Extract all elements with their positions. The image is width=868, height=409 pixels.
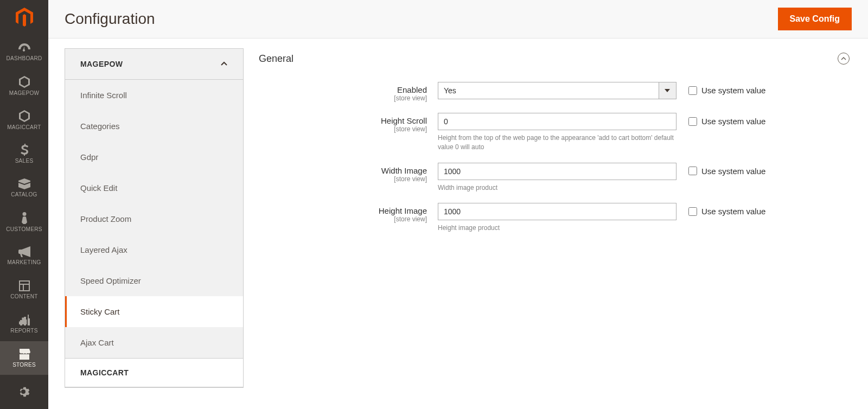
nav-label: MAGEPOW xyxy=(9,90,39,96)
caret-down-icon xyxy=(665,88,670,93)
nav-label: MAGICCART xyxy=(7,124,41,130)
config-item-layered-ajax[interactable]: Layered Ajax xyxy=(65,234,243,265)
hexagon-icon xyxy=(19,76,30,88)
nav-dashboard[interactable]: DASHBOARD xyxy=(0,35,48,69)
use-system-label: Use system value xyxy=(701,207,765,216)
section-header: General xyxy=(259,48,852,71)
storefront-icon xyxy=(18,349,30,360)
hexagon-icon xyxy=(19,110,30,122)
section-collapse-toggle[interactable] xyxy=(838,53,850,65)
field-scope: [store view] xyxy=(259,94,427,102)
use-system-label: Use system value xyxy=(701,117,765,126)
field-scope: [store view] xyxy=(259,125,427,133)
page-header: Configuration Save Config xyxy=(48,0,868,39)
nav-catalog[interactable]: CATALOG xyxy=(0,171,48,205)
config-group-magepow[interactable]: MAGEPOW xyxy=(65,49,243,80)
select-dropdown-button[interactable] xyxy=(659,82,676,99)
config-group-label: MAGEPOW xyxy=(80,60,123,68)
config-item-sticky-cart[interactable]: Sticky Cart xyxy=(65,296,243,327)
config-nav: MAGEPOW Infinite Scroll Categories Gdpr … xyxy=(65,48,244,409)
nav-magepow[interactable]: MAGEPOW xyxy=(0,69,48,103)
nav-label: DASHBOARD xyxy=(6,55,42,61)
gauge-icon xyxy=(18,42,30,53)
dollar-icon xyxy=(21,144,28,156)
nav-reports[interactable]: REPORTS xyxy=(0,307,48,341)
field-scope: [store view] xyxy=(259,215,427,223)
width-image-input[interactable] xyxy=(438,163,676,180)
field-hint: Width image product xyxy=(438,183,676,193)
config-group-magiccart[interactable]: MAGICCART xyxy=(65,358,243,387)
field-width-image: Width Image [store view] Width image pro… xyxy=(259,163,852,193)
field-hint: Height from the top of the web page to t… xyxy=(438,133,676,152)
nav-sales[interactable]: SALES xyxy=(0,137,48,171)
chevron-up-icon xyxy=(840,55,847,62)
chevron-up-icon xyxy=(220,60,228,68)
config-item-product-zoom[interactable]: Product Zoom xyxy=(65,203,243,234)
use-system-checkbox-height-scroll[interactable] xyxy=(688,117,697,126)
field-height-scroll: Height Scroll [store view] Height from t… xyxy=(259,113,852,152)
height-scroll-input[interactable] xyxy=(438,113,676,130)
enabled-select[interactable]: Yes xyxy=(438,82,659,99)
config-item-quick-edit[interactable]: Quick Edit xyxy=(65,172,243,203)
height-image-input[interactable] xyxy=(438,203,676,220)
bar-chart-icon xyxy=(19,315,30,325)
gear-icon xyxy=(18,386,30,398)
magento-logo[interactable] xyxy=(0,0,48,35)
field-label: Height Image xyxy=(379,206,427,215)
field-height-image: Height Image [store view] Height image p… xyxy=(259,203,852,233)
nav-label: REPORTS xyxy=(10,328,37,334)
field-label: Width Image xyxy=(381,166,427,175)
nav-stores[interactable]: STORES xyxy=(0,341,48,375)
config-group-label: MAGICCART xyxy=(80,368,129,377)
use-system-label: Use system value xyxy=(701,167,765,176)
field-label: Enabled xyxy=(397,85,427,94)
save-config-button[interactable]: Save Config xyxy=(778,8,852,30)
person-icon xyxy=(21,212,28,224)
config-item-speed-optimizer[interactable]: Speed Optimizer xyxy=(65,265,243,296)
use-system-checkbox-height-image[interactable] xyxy=(688,207,697,216)
nav-label: STORES xyxy=(12,362,36,368)
megaphone-icon xyxy=(18,246,30,257)
nav-label: MARKETING xyxy=(7,259,41,265)
admin-sidebar: DASHBOARD MAGEPOW MAGICCART SALES CATALO… xyxy=(0,0,48,409)
config-item-infinite-scroll[interactable]: Infinite Scroll xyxy=(65,80,243,111)
nav-system[interactable] xyxy=(0,375,48,409)
config-item-categories[interactable]: Categories xyxy=(65,111,243,142)
use-system-checkbox-width-image[interactable] xyxy=(688,167,697,175)
field-label: Height Scroll xyxy=(381,116,427,125)
nav-label: CONTENT xyxy=(10,293,37,299)
use-system-checkbox-enabled[interactable] xyxy=(688,86,697,95)
nav-customers[interactable]: CUSTOMERS xyxy=(0,205,48,239)
layout-icon xyxy=(19,280,30,291)
nav-label: CUSTOMERS xyxy=(6,226,42,232)
nav-content[interactable]: CONTENT xyxy=(0,273,48,307)
section-title: General xyxy=(259,53,293,65)
page-title: Configuration xyxy=(65,10,155,28)
nav-magiccart[interactable]: MAGICCART xyxy=(0,103,48,137)
field-scope: [store view] xyxy=(259,175,427,183)
box-icon xyxy=(18,178,30,189)
config-item-gdpr[interactable]: Gdpr xyxy=(65,142,243,172)
config-item-ajax-cart[interactable]: Ajax Cart xyxy=(65,327,243,358)
field-hint: Height image product xyxy=(438,223,676,233)
use-system-label: Use system value xyxy=(701,86,765,95)
nav-marketing[interactable]: MARKETING xyxy=(0,239,48,273)
field-enabled: Enabled [store view] Yes xyxy=(259,82,852,102)
nav-label: SALES xyxy=(15,158,34,164)
nav-label: CATALOG xyxy=(11,191,37,197)
